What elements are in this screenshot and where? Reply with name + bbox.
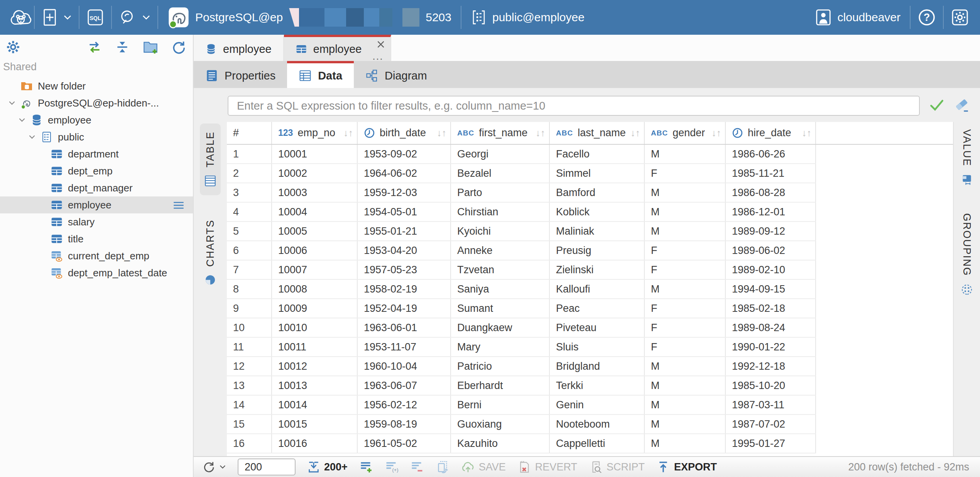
data-cell[interactable]: Patricio bbox=[451, 357, 549, 376]
data-cell[interactable]: Guoxiang bbox=[451, 414, 549, 434]
tree-item-public[interactable]: public bbox=[0, 129, 193, 145]
data-cell[interactable]: 1989-09-12 bbox=[725, 222, 816, 241]
data-cell[interactable]: Kazuhito bbox=[451, 434, 549, 453]
column-header-hire_date[interactable]: hire_date↓↑ bbox=[725, 122, 816, 144]
sql-filter-input[interactable] bbox=[228, 96, 920, 116]
row-number-cell[interactable]: 10 bbox=[227, 318, 272, 337]
data-cell[interactable]: 1994-09-15 bbox=[725, 279, 816, 299]
data-cell[interactable]: F bbox=[644, 299, 725, 318]
data-cell[interactable]: 1959-08-19 bbox=[357, 414, 451, 434]
tab-diagram[interactable]: Diagram bbox=[354, 61, 439, 88]
data-cell[interactable]: M bbox=[644, 222, 725, 241]
data-cell[interactable]: M bbox=[644, 376, 725, 395]
connection-search-button[interactable] bbox=[112, 0, 157, 35]
column-header-num[interactable]: # bbox=[227, 122, 272, 144]
tree-item-new-folder[interactable]: New folder bbox=[0, 78, 193, 95]
data-cell[interactable]: Eberhardt bbox=[451, 376, 549, 395]
table-row[interactable]: 8100081958-02-19SaniyaKalloufiM1994-09-1… bbox=[227, 279, 953, 299]
data-cell[interactable]: M bbox=[644, 183, 725, 202]
row-number-cell[interactable]: 1 bbox=[227, 144, 272, 164]
data-cell[interactable]: Anneke bbox=[451, 241, 549, 260]
data-cell[interactable]: 1986-08-28 bbox=[725, 183, 816, 202]
data-cell[interactable]: 1953-04-20 bbox=[357, 241, 451, 260]
data-cell[interactable]: 1989-08-24 bbox=[725, 318, 816, 337]
data-cell[interactable]: 10010 bbox=[272, 318, 357, 337]
tree-item-department[interactable]: department bbox=[0, 145, 193, 162]
data-cell[interactable]: Mary bbox=[451, 337, 549, 357]
data-cell[interactable]: 1958-02-19 bbox=[357, 279, 451, 299]
row-number-cell[interactable]: 16 bbox=[227, 434, 272, 453]
row-number-cell[interactable]: 15 bbox=[227, 414, 272, 434]
tree-item-title[interactable]: title bbox=[0, 230, 193, 247]
table-row[interactable]: 10100101963-06-01DuangkaewPiveteauF1989-… bbox=[227, 318, 953, 337]
data-cell[interactable]: Bezalel bbox=[451, 164, 549, 183]
data-cell[interactable]: 10004 bbox=[272, 202, 357, 222]
column-header-emp_no[interactable]: 123emp_no↓↑ bbox=[272, 122, 357, 144]
data-cell[interactable]: 10013 bbox=[272, 376, 357, 395]
chevron-down-icon[interactable] bbox=[25, 132, 39, 142]
collapse-all-icon[interactable] bbox=[115, 40, 130, 54]
data-cell[interactable]: Georgi bbox=[451, 144, 549, 164]
data-cell[interactable]: F bbox=[644, 164, 725, 183]
table-row[interactable]: 4100041954-05-01ChirstianKoblickM1986-12… bbox=[227, 202, 953, 222]
tree-item-dept-emp-latest-date[interactable]: dept_emp_latest_date bbox=[0, 264, 193, 281]
table-row[interactable]: 5100051955-01-21KyoichiMaliniakM1989-09-… bbox=[227, 222, 953, 241]
data-cell[interactable]: F bbox=[644, 337, 725, 357]
row-number-cell[interactable]: 6 bbox=[227, 241, 272, 260]
data-cell[interactable]: 10001 bbox=[272, 144, 357, 164]
data-cell[interactable]: 1960-10-04 bbox=[357, 357, 451, 376]
table-row[interactable]: 3100031959-12-03PartoBamfordM1986-08-28 bbox=[227, 183, 953, 202]
data-cell[interactable]: 1987-03-11 bbox=[725, 395, 816, 414]
row-number-cell[interactable]: 3 bbox=[227, 183, 272, 202]
delete-row-button[interactable] bbox=[410, 460, 424, 474]
row-number-cell[interactable]: 12 bbox=[227, 357, 272, 376]
table-row[interactable]: 11100111953-11-07MarySluisF1990-01-22 bbox=[227, 337, 953, 357]
data-cell[interactable]: 1959-12-03 bbox=[357, 183, 451, 202]
row-number-cell[interactable]: 5 bbox=[227, 222, 272, 241]
data-cell[interactable]: 1995-01-27 bbox=[725, 434, 816, 453]
data-cell[interactable]: M bbox=[644, 202, 725, 222]
data-cell[interactable]: Berni bbox=[451, 395, 549, 414]
table-row[interactable]: 16100161961-05-02KazuhitoCappellettiM199… bbox=[227, 434, 953, 453]
sort-toggle-icon[interactable]: ↓↑ bbox=[536, 127, 545, 139]
data-cell[interactable]: M bbox=[644, 144, 725, 164]
row-number-cell[interactable]: 14 bbox=[227, 395, 272, 414]
data-cell[interactable]: 1989-02-10 bbox=[725, 260, 816, 279]
row-number-cell[interactable]: 11 bbox=[227, 337, 272, 357]
data-cell[interactable]: Peac bbox=[549, 299, 644, 318]
column-header-gender[interactable]: ABCgender↓↑ bbox=[644, 122, 725, 144]
data-cell[interactable]: Sluis bbox=[549, 337, 644, 357]
data-cell[interactable]: Zielinski bbox=[549, 260, 644, 279]
refresh-document-button[interactable] bbox=[436, 460, 449, 474]
sort-toggle-icon[interactable]: ↓↑ bbox=[630, 127, 640, 139]
data-cell[interactable]: 1992-12-18 bbox=[725, 357, 816, 376]
row-number-cell[interactable]: 13 bbox=[227, 376, 272, 395]
connection-selector[interactable]: PostgreSQL@ep 5203 bbox=[158, 0, 461, 35]
presentation-tab-charts[interactable]: CHARTS bbox=[200, 212, 221, 293]
column-header-birth_date[interactable]: birth_date↓↑ bbox=[357, 122, 451, 144]
row-number-cell[interactable]: 8 bbox=[227, 279, 272, 299]
data-cell[interactable]: 10011 bbox=[272, 337, 357, 357]
data-cell[interactable]: 1985-10-20 bbox=[725, 376, 816, 395]
chevron-down-icon[interactable] bbox=[5, 98, 19, 108]
data-cell[interactable]: 1985-11-21 bbox=[725, 164, 816, 183]
data-cell[interactable]: Kyoichi bbox=[451, 222, 549, 241]
data-cell[interactable]: Tzvetan bbox=[451, 260, 549, 279]
fetch-size-input[interactable] bbox=[238, 458, 296, 475]
data-cell[interactable]: 1961-05-02 bbox=[357, 434, 451, 453]
data-cell[interactable]: Bridgland bbox=[549, 357, 644, 376]
table-row[interactable]: 15100151959-08-19GuoxiangNooteboomM1987-… bbox=[227, 414, 953, 434]
data-cell[interactable]: 1989-06-02 bbox=[725, 241, 816, 260]
data-cell[interactable]: Piveteau bbox=[549, 318, 644, 337]
new-folder-icon[interactable] bbox=[143, 39, 158, 55]
sort-toggle-icon[interactable]: ↓↑ bbox=[802, 127, 811, 139]
tab-data[interactable]: Data bbox=[287, 61, 354, 88]
refresh-icon[interactable] bbox=[171, 40, 186, 54]
tab-properties[interactable]: Properties bbox=[194, 61, 287, 88]
tree-item-employee[interactable]: employee bbox=[0, 112, 193, 129]
data-cell[interactable]: 1986-06-26 bbox=[725, 144, 816, 164]
tab-menu-dots-icon[interactable]: … bbox=[372, 49, 384, 63]
revert-button[interactable]: REVERT bbox=[517, 460, 577, 474]
help-button[interactable]: ? bbox=[911, 0, 943, 35]
data-cell[interactable]: 1954-05-01 bbox=[357, 202, 451, 222]
